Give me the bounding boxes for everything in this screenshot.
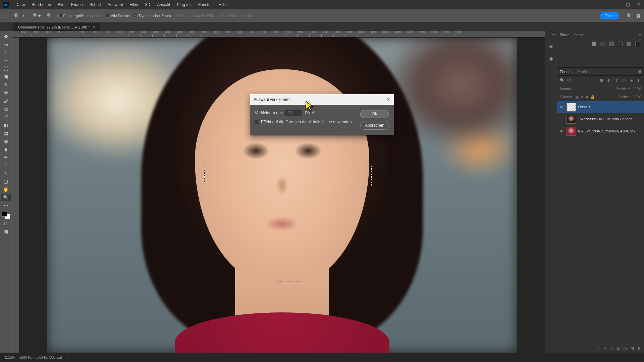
menu-image[interactable]: Bild	[54, 2, 68, 7]
status-caret[interactable]: 〉	[67, 355, 70, 360]
dialog-titlebar[interactable]: Auswahl verkleinern ✕	[250, 94, 394, 105]
layer-thumbnail[interactable]	[567, 103, 576, 112]
frame-tool[interactable]: ▣	[1, 73, 11, 80]
menu-filter[interactable]: Filter	[126, 2, 142, 7]
layer-mask-icon[interactable]: ◻	[610, 346, 613, 351]
all-windows-checkbox[interactable]: Alle Fenster	[106, 14, 130, 18]
magic-wand-tool[interactable]: ✧	[1, 57, 11, 64]
menu-file[interactable]: Datei	[12, 2, 28, 7]
adjustment-layer-icon[interactable]: ◐	[616, 346, 620, 351]
foreground-color[interactable]	[2, 211, 7, 217]
contract-by-input[interactable]	[285, 110, 302, 116]
path-select-tool[interactable]: ↖	[1, 170, 11, 177]
filter-shape-icon[interactable]: ▢	[621, 78, 627, 82]
clone-tool[interactable]: ⧉	[1, 105, 11, 113]
tab-color[interactable]: Farbe	[574, 33, 584, 37]
layers-menu-icon[interactable]: ≡	[638, 69, 641, 75]
quick-mask-tool[interactable]: ◘	[1, 220, 11, 227]
layer-name[interactable]: 1b7dbb39dd21a1...8a5fcda93d5e72	[578, 117, 632, 121]
layer-item[interactable]: 1b7dbb39dd21a1...8a5fcda93d5e72	[557, 113, 644, 125]
adjustments-panel-icon[interactable]: ◉	[547, 54, 555, 63]
shape-tool[interactable]: ▢	[1, 178, 11, 185]
filter-adjust-icon[interactable]: ◐	[606, 78, 612, 82]
layer-name[interactable]: a6285cc5fb8f61e0b90e66b8426d1be7	[578, 129, 635, 133]
status-dimensions[interactable]: 2200 Px × 3304 Px (300 ppi)	[19, 356, 62, 359]
libraries-panel-icon[interactable]: ◈	[547, 42, 555, 50]
tab-layers[interactable]: Ebenen	[560, 70, 573, 74]
menu-help[interactable]: Hilfe	[215, 2, 230, 7]
path-fill-icon[interactable]	[592, 42, 596, 46]
path-selection-icon[interactable]	[609, 42, 614, 46]
lock-all-icon[interactable]: 🔒	[590, 95, 595, 99]
cancel-button[interactable]: Abbrechen	[360, 121, 389, 130]
filter-pixel-icon[interactable]: ▦	[599, 78, 604, 82]
menu-view[interactable]: Ansicht	[154, 2, 173, 7]
expand-dock-icon[interactable]: ◂◂	[552, 33, 555, 36]
lock-artboard-icon[interactable]: ◆	[586, 95, 588, 99]
close-tab-icon[interactable]: ✕	[92, 25, 95, 29]
history-brush-tool[interactable]: ↺	[1, 113, 11, 121]
dodge-tool[interactable]: ◗	[1, 145, 11, 153]
menu-edit[interactable]: Bearbeiten	[28, 2, 54, 7]
fit-window-checkbox[interactable]: Fenstergröße anpassen	[58, 14, 103, 18]
share-button[interactable]: Teilen	[600, 12, 619, 19]
fill-value[interactable]: 100%	[633, 95, 641, 99]
color-swatches[interactable]	[2, 211, 10, 219]
layer-group-icon[interactable]: 🗀	[623, 346, 627, 351]
layer-thumbnail[interactable]	[567, 127, 576, 136]
zoom-in-icon[interactable]: 🔍+	[32, 13, 42, 18]
zoom-out-icon[interactable]: 🔍-	[45, 13, 55, 18]
menu-window[interactable]: Fenster	[195, 2, 215, 7]
lock-position-icon[interactable]: ✥	[581, 95, 584, 99]
marquee-tool[interactable]: ▭	[1, 41, 11, 48]
healing-tool[interactable]: ✚	[1, 89, 11, 97]
zoom-100-button[interactable]: 100%	[174, 14, 187, 18]
layer-name[interactable]: Ebene 1	[578, 105, 590, 109]
tab-channels[interactable]: Kanäle	[577, 70, 589, 74]
zoom-tool[interactable]: 🔍	[1, 194, 11, 201]
apply-canvas-bounds-checkbox[interactable]: Effekt auf die Grenzen der Arbeitsfläche…	[255, 120, 356, 124]
move-tool[interactable]: ✥	[1, 33, 11, 40]
filter-type-icon[interactable]: T	[614, 78, 619, 82]
home-icon[interactable]: ⌂	[3, 13, 7, 19]
layer-fx-icon[interactable]: fx	[603, 346, 606, 351]
brush-tool[interactable]: 🖌	[1, 97, 11, 105]
hand-tool[interactable]: ✋	[1, 186, 11, 193]
blend-mode-select[interactable]: Normal	[560, 87, 571, 91]
menu-layer[interactable]: Ebene	[68, 2, 86, 7]
layer-item[interactable]: 👁a6285cc5fb8f61e0b90e66b8426d1be7	[557, 125, 644, 137]
new-path-icon[interactable]	[627, 42, 631, 46]
panel-menu-icon[interactable]: ≡	[639, 33, 641, 38]
tool-preset-caret[interactable]: ▾	[23, 14, 24, 17]
edit-toolbar[interactable]: ⋯	[1, 202, 11, 209]
new-layer-icon[interactable]: ⊞	[631, 346, 634, 351]
menu-select[interactable]: Auswahl	[104, 2, 126, 7]
delete-layer-icon[interactable]: 🗑	[637, 346, 641, 351]
fit-image-button[interactable]: Ganzes Bild	[191, 14, 215, 18]
canvas-viewport[interactable]	[19, 38, 545, 353]
layer-thumbnail[interactable]	[567, 115, 576, 124]
ruler-origin[interactable]	[12, 31, 19, 38]
tab-paths[interactable]: Pfade	[560, 33, 570, 37]
crop-tool[interactable]: ⛶	[1, 65, 11, 72]
workspace-icon[interactable]: ▦	[636, 13, 641, 18]
lock-pixels-icon[interactable]: ▦	[575, 95, 579, 99]
opacity-value[interactable]: 100%	[633, 87, 641, 91]
eraser-tool[interactable]: ◧	[1, 121, 11, 129]
blur-tool[interactable]: ◉	[1, 137, 11, 145]
layer-visibility-icon[interactable]: 👁	[559, 129, 565, 134]
eyedropper-tool[interactable]: ✎	[1, 81, 11, 88]
path-stroke-icon[interactable]	[600, 42, 605, 46]
link-layers-icon[interactable]: ⚯	[597, 346, 600, 351]
filter-smart-icon[interactable]: ◈	[629, 78, 634, 82]
delete-path-icon[interactable]	[635, 42, 640, 46]
document-tab[interactable]: Unbenannt-1 bei 72,2% (Ebene 1, RGB/8) *…	[13, 23, 100, 31]
search-icon[interactable]: 🔍	[627, 13, 632, 18]
lasso-tool[interactable]: ⌇	[1, 49, 11, 56]
menu-type[interactable]: Schrift	[86, 2, 104, 7]
layer-visibility-icon[interactable]: 👁	[559, 105, 565, 110]
maximize-icon[interactable]: ▢	[625, 2, 631, 7]
gradient-tool[interactable]: ▤	[1, 129, 11, 137]
ruler-horizontal[interactable]: -200-150-100-500501001502002503003504004…	[19, 31, 545, 38]
screen-mode-tool[interactable]: ▣	[1, 228, 11, 235]
